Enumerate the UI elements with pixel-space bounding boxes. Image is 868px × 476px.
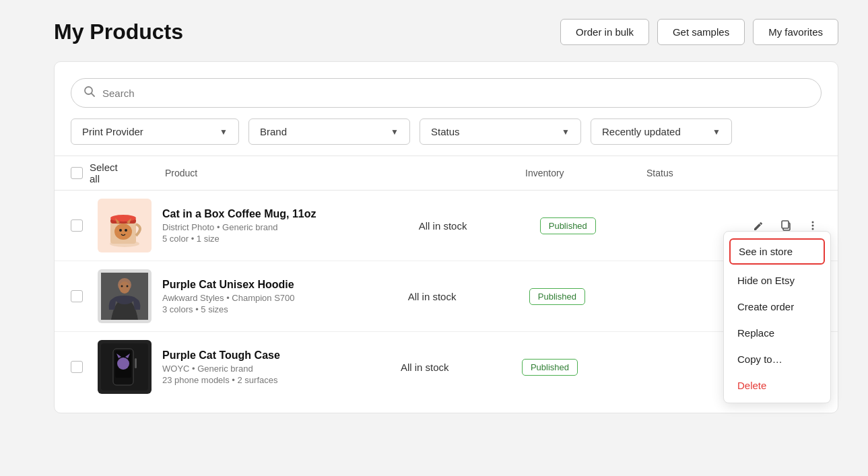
row-1-status: Published xyxy=(540,217,648,234)
row-3-inventory: All in stock xyxy=(401,362,522,373)
status-badge: Published xyxy=(540,217,596,234)
brand-label: Brand xyxy=(260,126,287,137)
select-all-label[interactable]: Select all xyxy=(90,162,118,184)
svg-point-8 xyxy=(119,229,122,232)
product-column-header: Product xyxy=(165,168,525,178)
product-variants: 5 color • 1 size xyxy=(162,234,316,244)
product-image xyxy=(98,199,152,252)
svg-point-21 xyxy=(127,285,129,287)
row-checkbox[interactable] xyxy=(71,361,83,373)
svg-point-20 xyxy=(121,285,123,287)
inventory-column-header: Inventory xyxy=(525,168,646,178)
status-badge: Published xyxy=(522,359,578,376)
product-info: Cat in a Box Coffee Mug, 11oz District P… xyxy=(162,208,316,244)
product-meta: WOYC • Generic brand xyxy=(162,364,280,374)
main-card: Print Provider ▼ Brand ▼ Status ▼ Recent… xyxy=(54,61,838,413)
row-checkbox[interactable] xyxy=(71,290,83,302)
row-3-check xyxy=(71,361,98,373)
row-3-status: Published xyxy=(522,359,630,376)
context-replace[interactable]: Replace xyxy=(724,320,830,346)
product-image xyxy=(98,269,152,323)
sort-filter[interactable]: Recently updated ▼ xyxy=(591,118,732,145)
row-2-status: Published xyxy=(529,288,637,305)
status-filter[interactable]: Status ▼ xyxy=(420,118,581,145)
svg-point-15 xyxy=(812,225,814,227)
product-info: Purple Cat Unisex Hoodie Awkward Styles … xyxy=(162,279,295,314)
search-row xyxy=(55,62,838,118)
svg-point-16 xyxy=(812,228,814,230)
context-see-in-store[interactable]: See in store xyxy=(729,238,825,265)
page-header: My Products Order in bulk Get samples My… xyxy=(0,0,868,61)
product-name: Purple Cat Unisex Hoodie xyxy=(162,279,295,291)
svg-line-1 xyxy=(92,94,94,96)
row-checkbox[interactable] xyxy=(71,219,83,232)
context-delete[interactable]: Delete xyxy=(724,372,830,399)
search-icon xyxy=(84,86,96,100)
row-2-check xyxy=(71,290,98,302)
product-variants: 3 colors • 5 sizes xyxy=(162,304,295,314)
order-in-bulk-button[interactable]: Order in bulk xyxy=(560,19,649,45)
product-name: Purple Cat Tough Case xyxy=(162,349,280,362)
context-menu: See in store Hide on Etsy Create order R… xyxy=(723,231,831,403)
chevron-down-icon: ▼ xyxy=(391,127,399,137)
svg-point-9 xyxy=(125,229,127,232)
chevron-down-icon: ▼ xyxy=(220,127,228,137)
table-row: Purple Cat Unisex Hoodie Awkward Styles … xyxy=(55,261,838,332)
row-1-check xyxy=(71,219,98,232)
svg-point-19 xyxy=(119,281,130,294)
svg-rect-13 xyxy=(782,221,789,228)
context-hide-on-etsy[interactable]: Hide on Etsy xyxy=(724,267,830,294)
header-buttons: Order in bulk Get samples My favorites xyxy=(560,19,838,45)
status-badge: Published xyxy=(529,288,585,305)
svg-point-7 xyxy=(114,224,132,240)
get-samples-button[interactable]: Get samples xyxy=(657,19,745,45)
table-row: Purple Cat Tough Case WOYC • Generic bra… xyxy=(55,332,838,402)
product-name: Cat in a Box Coffee Mug, 11oz xyxy=(162,208,316,220)
status-column-header: Status xyxy=(646,168,754,178)
svg-rect-33 xyxy=(135,358,137,368)
product-meta: Awkward Styles • Champion S700 xyxy=(162,293,295,303)
chevron-down-icon: ▼ xyxy=(562,127,570,137)
chevron-down-icon: ▼ xyxy=(712,127,721,137)
search-input[interactable] xyxy=(102,88,809,99)
my-favorites-button[interactable]: My favorites xyxy=(753,19,838,45)
filters-row: Print Provider ▼ Brand ▼ Status ▼ Recent… xyxy=(55,118,838,156)
row-1-inventory: All in stock xyxy=(419,220,540,232)
product-info: Purple Cat Tough Case WOYC • Generic bra… xyxy=(162,349,280,385)
product-meta: District Photo • Generic brand xyxy=(162,222,316,232)
page-title: My Products xyxy=(54,20,183,44)
svg-point-14 xyxy=(812,222,814,224)
svg-point-30 xyxy=(117,358,129,370)
product-variants: 23 phone models • 2 surfaces xyxy=(162,375,280,385)
print-provider-label: Print Provider xyxy=(82,126,143,137)
table-row: Cat in a Box Coffee Mug, 11oz District P… xyxy=(55,191,838,261)
status-label: Status xyxy=(431,126,460,137)
product-image xyxy=(98,340,152,394)
svg-point-6 xyxy=(110,215,136,222)
context-create-order[interactable]: Create order xyxy=(724,294,830,320)
select-all-checkbox[interactable] xyxy=(71,167,83,179)
context-copy-to[interactable]: Copy to… xyxy=(724,346,830,372)
table-header: Select all Product Inventory Status xyxy=(55,156,838,191)
row-2-inventory: All in stock xyxy=(408,291,529,302)
sort-label: Recently updated xyxy=(602,126,681,137)
select-all-col: Select all xyxy=(71,162,98,184)
print-provider-filter[interactable]: Print Provider ▼ xyxy=(71,118,239,145)
search-wrap xyxy=(71,78,822,108)
brand-filter[interactable]: Brand ▼ xyxy=(248,118,410,145)
